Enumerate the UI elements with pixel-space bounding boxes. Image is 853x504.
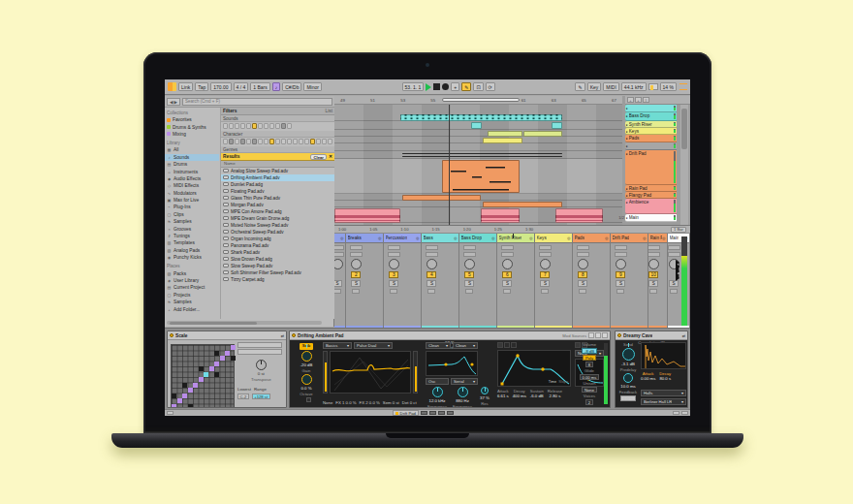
- arrangement-track-header[interactable]: ▸: [625, 142, 677, 150]
- list-view-toggle[interactable]: List: [326, 109, 332, 113]
- filter-chip[interactable]: [293, 139, 298, 144]
- filter-chip[interactable]: [229, 139, 234, 144]
- input-routing-box[interactable]: [577, 245, 589, 250]
- arm-button[interactable]: [465, 289, 473, 294]
- pan-knob[interactable]: [426, 259, 437, 269]
- filter-chip[interactable]: [246, 123, 251, 129]
- arrangement-clip[interactable]: [483, 202, 562, 207]
- scale-root-menu[interactable]: C#/Db: [282, 82, 301, 91]
- search-input[interactable]: [182, 98, 332, 106]
- output-routing-box[interactable]: [426, 252, 438, 257]
- unfold-track-icon[interactable]: ▸: [626, 200, 628, 205]
- envelope-param[interactable]: Attack6.61 s: [497, 389, 509, 398]
- unfold-track-icon[interactable]: ▸: [626, 151, 628, 157]
- scale-device-title-bar[interactable]: Scale ⇄: [168, 331, 286, 340]
- result-row[interactable]: Tizzy Carpet.adg: [221, 276, 334, 283]
- filter-chip[interactable]: [223, 123, 228, 129]
- track-lane[interactable]: [334, 201, 622, 207]
- track-activator-button[interactable]: 3: [389, 271, 398, 278]
- loop-button[interactable]: ⟳: [486, 82, 495, 91]
- track-activator-button[interactable]: 6: [502, 271, 512, 278]
- volume-value[interactable]: -8 dB: [582, 348, 596, 354]
- sidebar-library-item[interactable]: ▧Analog Pads: [165, 247, 219, 254]
- output-routing-box[interactable]: [501, 252, 514, 257]
- track-activator-button[interactable]: 8: [578, 271, 587, 278]
- osc-param[interactable]: FX 1 0.0 %: [335, 400, 356, 405]
- output-routing-box[interactable]: [668, 252, 680, 257]
- scale-out-menu[interactable]: [237, 349, 282, 355]
- pan-knob[interactable]: [351, 259, 362, 269]
- ir-category-menu[interactable]: Halls▾: [641, 390, 686, 396]
- solo-button[interactable]: S: [464, 280, 474, 287]
- sidebar-library-item[interactable]: ▢Clips: [165, 211, 219, 218]
- stop-button[interactable]: [433, 83, 440, 90]
- track-activator-button[interactable]: 4: [426, 271, 436, 278]
- sidebar-library-item[interactable]: ◆Audio Effects: [165, 175, 219, 182]
- arrangement-clip[interactable]: [555, 208, 603, 223]
- menu-icon[interactable]: [679, 83, 687, 90]
- input-routing-box[interactable]: [463, 245, 476, 250]
- genres-filter-group[interactable]: Genres: [221, 146, 334, 153]
- filter-chip[interactable]: [235, 139, 239, 144]
- volume-fader-handle[interactable]: [676, 260, 679, 266]
- quantization-menu[interactable]: 1 Bars: [250, 82, 269, 91]
- unfold-track-icon[interactable]: ▸: [626, 113, 628, 119]
- scale-grid-cell[interactable]: [199, 377, 204, 382]
- midi-overdub-button[interactable]: ✎: [461, 82, 471, 91]
- filter-chip[interactable]: [299, 139, 303, 144]
- arrangement-clip[interactable]: [400, 114, 562, 121]
- arrangement-clip[interactable]: [523, 131, 562, 137]
- drift-device-title-bar[interactable]: Drifting Ambient Pad Mod Sources: [290, 331, 610, 340]
- sidebar-library-item[interactable]: ▥Templates: [165, 239, 219, 246]
- device-on-led[interactable]: [617, 333, 621, 337]
- pan-knob[interactable]: [616, 259, 626, 269]
- arrangement-track-header[interactable]: ▸: [625, 105, 677, 112]
- input-routing-box[interactable]: [501, 245, 514, 250]
- result-row[interactable]: Dumlet Pad.adg: [221, 181, 334, 188]
- grid-size-chip[interactable]: 1 Bar: [671, 227, 686, 233]
- filter1-type-menu[interactable]: Clean▾: [426, 342, 451, 349]
- solo-button[interactable]: S: [502, 280, 512, 287]
- character-filter-group[interactable]: Character: [221, 131, 334, 138]
- filter-chip[interactable]: [281, 123, 286, 129]
- filter-chip[interactable]: [269, 139, 274, 144]
- loop-brace[interactable]: [442, 98, 520, 102]
- scale-grid-cell[interactable]: [220, 356, 225, 361]
- mixer-track-header[interactable]: Synth Riser◎: [497, 234, 534, 243]
- solo-button[interactable]: S: [578, 280, 587, 287]
- show-browser-icon[interactable]: [167, 411, 174, 416]
- device-on-led[interactable]: [292, 333, 296, 337]
- filter-chip[interactable]: [310, 139, 315, 144]
- solo-button[interactable]: S: [334, 280, 342, 287]
- sidebar-place-item[interactable]: ▢Projects: [165, 292, 219, 299]
- scale-grid-cell[interactable]: [231, 356, 236, 361]
- result-row[interactable]: Analog Slow Sweep Pad.adv: [221, 168, 334, 174]
- osc-param[interactable]: None: [323, 400, 332, 405]
- result-row[interactable]: Slow Drown Pad.adg: [221, 256, 334, 263]
- sounds-filter-group[interactable]: Sounds: [221, 115, 334, 122]
- hot-swap-icon[interactable]: ⇄: [281, 333, 284, 338]
- unison-mode-menu[interactable]: None: [582, 387, 596, 393]
- result-row[interactable]: Orchestral Sweep Pad.adv: [221, 229, 334, 236]
- result-row[interactable]: Soft Shimmer Filter Sweep Pad.adv: [221, 269, 334, 276]
- chain-device-thumb[interactable]: [438, 411, 445, 416]
- result-row[interactable]: Drifting Ambient Pad.adv: [221, 174, 334, 181]
- add-return-button[interactable]: +: [635, 97, 642, 103]
- scale-grid-cell[interactable]: [188, 404, 193, 409]
- predelay-knob[interactable]: [623, 373, 633, 383]
- output-routing-box[interactable]: [334, 252, 344, 257]
- browser-horizontal-scrollbar[interactable]: [167, 321, 322, 325]
- arrangement-clip[interactable]: [402, 153, 562, 154]
- sidebar-library-item[interactable]: ♯Tunings: [165, 233, 219, 239]
- scale-grid-cell[interactable]: [182, 383, 187, 388]
- capture-midi-button[interactable]: ⊡: [473, 82, 483, 91]
- play-button[interactable]: [426, 83, 431, 91]
- arrangement-track-header[interactable]: ▸ Flangy Pad: [625, 192, 677, 199]
- sidebar-library-item[interactable]: ⌂Instruments: [165, 168, 219, 174]
- tune-knob[interactable]: [301, 374, 312, 385]
- mixer-track-header[interactable]: Keys◎: [535, 234, 572, 243]
- sidebar-library-item[interactable]: ⌁Plug-Ins: [165, 204, 219, 210]
- scale-grid-cell[interactable]: [214, 362, 219, 366]
- track-lane[interactable]: [334, 130, 622, 137]
- output-routing-box[interactable]: [539, 252, 552, 257]
